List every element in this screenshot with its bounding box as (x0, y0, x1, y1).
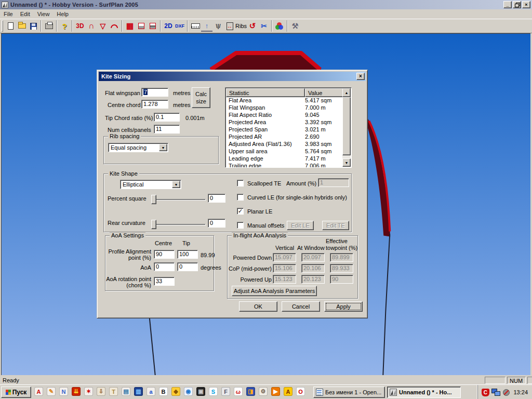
open-file-icon[interactable] (16, 20, 28, 32)
opera-icon[interactable]: O (296, 387, 305, 396)
shaded-view-icon[interactable] (147, 20, 158, 32)
stats-row[interactable]: Leading edge 7.417 m (226, 155, 343, 163)
view-2d-icon[interactable]: 2D (163, 20, 174, 32)
stats-row[interactable]: Projected Span 3.021 m (226, 126, 343, 134)
stats-row[interactable]: Flat Wingspan 7.000 m (226, 104, 343, 112)
grid-view-icon[interactable]: ▦ (124, 20, 136, 32)
adjust-aoa-button[interactable]: Adjust AoA Analysis Parameters (232, 286, 317, 296)
view-3d-icon[interactable]: 3D (74, 20, 86, 32)
dropdown-arrow-icon[interactable]: ▼ (172, 181, 180, 188)
stats-row[interactable]: Flat Aspect Ratio 9.045 (226, 112, 343, 119)
percent-square-input[interactable]: 0 (208, 194, 225, 203)
palette-icon[interactable]: ◆ (171, 387, 180, 396)
new-file-icon[interactable] (5, 20, 16, 32)
antivirus-shield-icon[interactable]: C (481, 388, 489, 396)
print-icon[interactable] (43, 20, 55, 32)
arc-shape-icon[interactable]: ∩ (86, 20, 97, 32)
profile-tip-input[interactable]: 100 (177, 250, 198, 259)
dropdown-arrow-icon[interactable]: ▼ (159, 144, 167, 151)
lips-icon[interactable]: ω (234, 387, 243, 396)
stats-row[interactable]: Trailing edge 7.006 m (226, 163, 343, 168)
rear-curvature-input[interactable]: 0 (208, 219, 225, 228)
network-icon[interactable] (491, 388, 500, 396)
manual-offsets-checkbox[interactable] (237, 222, 244, 229)
commander-icon[interactable]: ▥ (134, 387, 143, 396)
centre-chord-input[interactable]: 1.278 (141, 100, 168, 109)
flat-wingspan-input[interactable]: 7 (141, 88, 168, 97)
abbyy-icon[interactable]: a (147, 387, 155, 396)
planar-le-checkbox[interactable]: ✓ (237, 208, 244, 215)
ok-button[interactable]: OK (239, 301, 277, 312)
stats-row[interactable]: Projected AR 2.690 (226, 134, 343, 141)
rear-curvature-track[interactable] (152, 224, 205, 225)
terminal-icon[interactable]: ▣ (196, 387, 205, 396)
start-button[interactable]: Пуск (1, 387, 31, 398)
pin-icon[interactable]: ✶ (84, 387, 93, 396)
kite-shape-icon[interactable]: ▽ (97, 20, 109, 32)
google-earth-icon[interactable]: ◉ (184, 387, 193, 396)
dialog-titlebar[interactable]: Kite Sizing × (99, 72, 366, 81)
statistics-list[interactable]: Statistic Value Flat Area 5.417 sqm Flat… (225, 87, 352, 168)
kite-shape-dropdown[interactable]: Elliptical ▼ (120, 180, 181, 189)
viewport[interactable]: Kite Sizing × Flat wingspan 7 metres Cal… (1, 33, 530, 375)
flock-icon[interactable]: F (221, 387, 230, 396)
tip-chord-input[interactable]: 0.1 (154, 113, 180, 122)
acdsee-icon[interactable]: A (34, 387, 43, 396)
axis-icon[interactable]: ↑ (201, 20, 212, 32)
aoa-centre-input[interactable]: 0 (154, 262, 175, 271)
skype-icon[interactable]: S (209, 387, 218, 396)
close-button[interactable]: × (522, 1, 530, 8)
minimize-button[interactable]: _ (503, 1, 512, 8)
help-icon[interactable]: ? (59, 20, 70, 32)
stats-row[interactable]: Upper sail area 5.764 sqm (226, 148, 343, 155)
menu-item[interactable]: Help (53, 10, 72, 18)
calc-size-button[interactable]: Calc size (192, 87, 210, 108)
restore-button[interactable] (513, 1, 521, 8)
tools-hammer-icon[interactable]: ⚒ (289, 20, 301, 32)
aoa-rotation-input[interactable]: 33 (154, 277, 175, 286)
menu-item[interactable]: File (0, 10, 17, 18)
scroll-down-icon[interactable]: ▼ (342, 158, 351, 167)
avira-icon[interactable]: A (284, 387, 292, 396)
clipboard-icon[interactable]: ▤ (122, 387, 130, 396)
flashget-icon[interactable]: ⇊ (72, 387, 81, 396)
percent-square-track[interactable] (152, 199, 205, 200)
ribs-icon[interactable]: Ribs (235, 20, 247, 32)
dxf-export-icon[interactable]: DXF (174, 20, 185, 32)
scalloped-te-checkbox[interactable] (237, 180, 244, 187)
stats-scrollbar[interactable]: ▲ ▼ (342, 88, 351, 167)
rear-curvature-slider[interactable] (151, 220, 156, 229)
aoa-tip-input[interactable]: 0 (177, 262, 198, 271)
task-button-surfplan[interactable]: Unnamed () * - Ho... (387, 387, 461, 398)
menu-item[interactable]: Edit (17, 10, 34, 18)
profile-centre-input[interactable]: 90 (154, 250, 175, 259)
rib-spacing-dropdown[interactable]: Equal spacing ▼ (108, 143, 168, 152)
gear-icon[interactable]: ⚙ (259, 387, 268, 396)
dialog-close-button[interactable]: × (356, 73, 365, 80)
editor-icon[interactable]: N (59, 387, 68, 396)
toolbar-grip[interactable] (2, 20, 3, 32)
save-icon[interactable] (28, 20, 39, 32)
stats-header-statistic[interactable]: Statistic (226, 88, 305, 97)
percent-square-slider[interactable] (151, 195, 156, 204)
curved-le-checkbox[interactable] (237, 194, 244, 201)
scroll-thumb[interactable] (342, 97, 351, 155)
stats-row[interactable]: Adjusted Area (Flat/1.36) 3.983 sqm (226, 141, 343, 148)
bridle-lines-icon[interactable]: \|/ (212, 20, 224, 32)
num-cells-input[interactable]: 11 (154, 125, 180, 134)
thebat-icon[interactable]: B (159, 387, 168, 396)
task-button-openoffice[interactable]: Без имени 1 - Open... (313, 387, 385, 398)
rotate-arc-icon[interactable]: ↺ (247, 20, 258, 32)
paint-icon[interactable]: ✎ (47, 387, 56, 396)
download-icon[interactable]: ⇩ (97, 387, 105, 396)
mute-icon[interactable] (502, 388, 510, 396)
menu-item[interactable]: View (34, 10, 54, 18)
stats-row[interactable]: Flat Area 5.417 sqm (226, 97, 343, 104)
stats-row[interactable]: Projected Area 3.392 sqm (226, 119, 343, 126)
dome-shape-icon[interactable] (109, 20, 120, 32)
punto-icon[interactable]: ◨ (246, 387, 255, 396)
stats-header-value[interactable]: Value (305, 88, 343, 97)
scroll-up-icon[interactable]: ▲ (342, 88, 351, 97)
scissors-icon[interactable]: ✂ (258, 20, 270, 32)
apply-button[interactable]: Apply (324, 301, 363, 312)
